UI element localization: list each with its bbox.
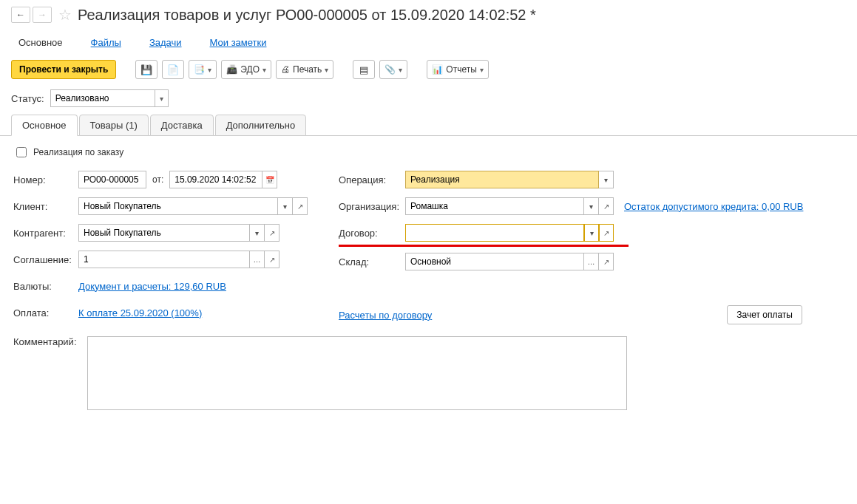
payment-link[interactable]: К оплате 25.09.2020 (100%) — [78, 307, 202, 319]
contract-label: Договор: — [339, 228, 405, 239]
warehouse-input[interactable] — [405, 253, 584, 270]
org-input[interactable] — [405, 197, 584, 215]
warehouse-more-icon[interactable]: … — [584, 253, 599, 270]
save-icon[interactable]: 💾 — [135, 60, 157, 79]
currency-label: Валюты: — [13, 281, 78, 292]
credit-balance-link[interactable]: Остаток допустимого кредита: 0,00 RUB — [624, 201, 803, 212]
payment-label: Оплата: — [13, 307, 78, 319]
status-value[interactable] — [51, 90, 155, 106]
by-order-label: Реализация по заказу — [33, 147, 123, 157]
nav-tasks[interactable]: Задачи — [142, 33, 189, 52]
agreement-more-icon[interactable]: … — [250, 251, 265, 268]
contragent-open-icon[interactable]: ↗ — [265, 224, 280, 242]
agreement-label: Соглашение: — [13, 254, 78, 265]
favorite-star-icon[interactable]: ☆ — [58, 6, 72, 24]
post-and-close-button[interactable]: Провести и закрыть — [11, 60, 116, 79]
client-input[interactable] — [78, 197, 278, 215]
status-dropdown-icon[interactable]: ▾ — [155, 90, 168, 106]
agreement-open-icon[interactable]: ↗ — [265, 251, 280, 268]
create-based-on-button[interactable]: 📑▾ — [189, 60, 217, 79]
tab-extra[interactable]: Дополнительно — [215, 115, 307, 136]
nav-files[interactable]: Файлы — [84, 33, 129, 52]
number-input[interactable] — [78, 171, 146, 188]
print-button[interactable]: 🖨 Печать ▾ — [276, 60, 333, 79]
toolbar: Провести и закрыть 💾 📄 📑▾ 📠 ЭДО ▾ 🖨 Печа… — [0, 52, 857, 86]
contract-open-icon[interactable]: ↗ — [599, 224, 614, 242]
org-open-icon[interactable]: ↗ — [599, 197, 614, 215]
contragent-label: Контрагент: — [13, 228, 78, 239]
client-open-icon[interactable]: ↗ — [293, 197, 308, 215]
settlements-link[interactable]: Расчеты по договору — [339, 310, 432, 321]
comment-label: Комментарий: — [13, 336, 87, 347]
contragent-input[interactable] — [78, 224, 250, 242]
operation-input[interactable] — [405, 171, 599, 188]
page-title: Реализация товаров и услуг РО00-000005 о… — [78, 7, 536, 24]
nav-notes[interactable]: Мои заметки — [203, 33, 274, 52]
back-button[interactable]: ← — [11, 7, 30, 23]
warehouse-label: Склад: — [339, 256, 405, 268]
edo-button[interactable]: 📠 ЭДО ▾ — [221, 60, 271, 79]
section-nav: Основное Файлы Задачи Мои заметки — [0, 28, 857, 52]
operation-label: Операция: — [339, 174, 405, 185]
client-label: Клиент: — [13, 201, 78, 212]
tab-delivery[interactable]: Доставка — [150, 115, 214, 136]
date-input[interactable] — [169, 171, 262, 188]
calendar-icon[interactable]: 📅 — [262, 171, 277, 188]
forward-button[interactable]: → — [33, 7, 52, 23]
warehouse-open-icon[interactable]: ↗ — [599, 253, 614, 270]
tab-main[interactable]: Основное — [11, 115, 78, 136]
status-select[interactable]: ▾ — [50, 89, 169, 107]
list-icon[interactable]: ▤ — [353, 60, 375, 79]
contract-underline-highlight — [339, 245, 629, 247]
client-dropdown-icon[interactable]: ▾ — [278, 197, 293, 215]
contract-dropdown-icon[interactable]: ▾ — [584, 224, 599, 242]
status-label: Статус: — [11, 93, 44, 104]
tab-goods[interactable]: Товары (1) — [79, 115, 149, 136]
post-icon[interactable]: 📄 — [162, 60, 184, 79]
operation-dropdown-icon[interactable]: ▾ — [599, 171, 614, 188]
agreement-input[interactable] — [78, 251, 250, 268]
comment-textarea[interactable] — [87, 336, 627, 410]
offset-payment-button[interactable]: Зачет оплаты — [727, 305, 802, 324]
org-dropdown-icon[interactable]: ▾ — [584, 197, 599, 215]
reports-button[interactable]: 📊 Отчеты ▾ — [427, 60, 488, 79]
currency-link[interactable]: Документ и расчеты: 129,60 RUB — [78, 281, 226, 292]
attach-button[interactable]: 📎▾ — [379, 60, 407, 79]
contract-input[interactable] — [405, 224, 584, 242]
form-tabs: Основное Товары (1) Доставка Дополнитель… — [0, 115, 857, 136]
from-label: от: — [152, 174, 163, 185]
nav-main[interactable]: Основное — [11, 33, 70, 52]
org-label: Организация: — [339, 201, 405, 212]
number-label: Номер: — [13, 174, 78, 185]
contragent-dropdown-icon[interactable]: ▾ — [250, 224, 265, 242]
by-order-checkbox[interactable] — [16, 147, 27, 157]
